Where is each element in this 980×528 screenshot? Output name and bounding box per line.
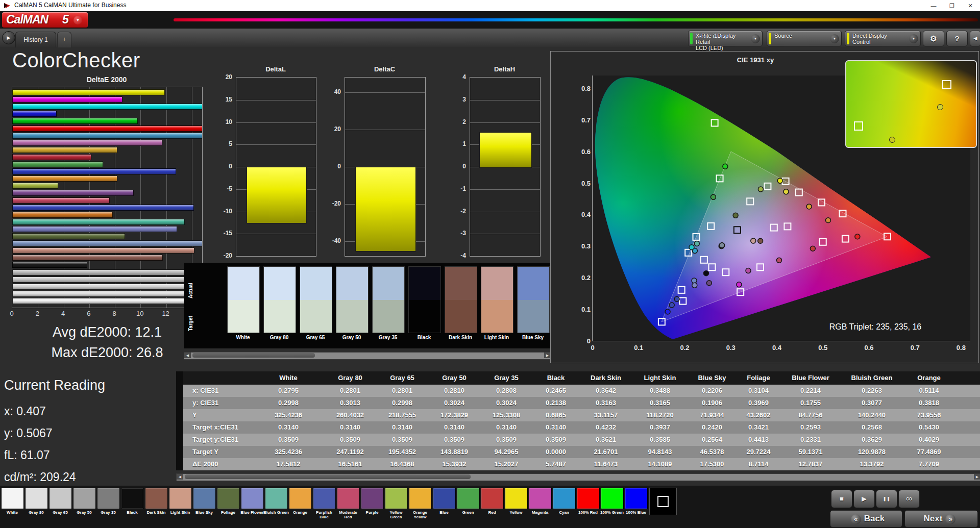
x-tick-label: 0 (591, 344, 594, 351)
deltae-bar-white (12, 298, 203, 304)
patch-label: Purple (359, 510, 385, 515)
y-tick-label: 0 (337, 163, 341, 170)
back-button-label: Back (864, 514, 885, 523)
deltae-bar-foliage (12, 233, 125, 239)
loop-button[interactable]: ∞ (898, 490, 920, 508)
actual-swatch (263, 266, 296, 301)
deltae-bar-100-blue (12, 111, 57, 117)
logo-dropdown-icon[interactable]: ▼ (74, 16, 82, 24)
y-tick-label: -3 (460, 230, 466, 237)
deltal-chart-title: DeltaL (236, 65, 315, 73)
minimize-icon[interactable]: — (925, 0, 942, 11)
table-cell: 73.9556 (903, 409, 955, 421)
chevron-down-icon[interactable]: ▼ (909, 34, 918, 43)
scroll-right-icon[interactable]: ▶ (974, 474, 980, 480)
swatch-label: Black (405, 335, 443, 340)
chevron-down-icon[interactable]: ▼ (830, 34, 839, 43)
table-cell: 0.4029 (903, 434, 955, 446)
back-button[interactable]: «Back (830, 510, 902, 527)
deltae-bar-blue (12, 168, 176, 174)
deltah-y-axis: 43210-1-2-3-4 (449, 77, 468, 256)
measured-marker (825, 218, 830, 223)
patch-label: Purplish Blue (311, 510, 337, 519)
deltah-chart-title: DeltaH (470, 65, 540, 73)
deltae-bar-dark-skin (12, 255, 163, 261)
scroll-left-icon[interactable]: ◀ (177, 474, 183, 480)
actual-row-label: Actual (188, 270, 193, 298)
table-scrollbar[interactable]: ◀ ▶ (176, 473, 980, 481)
help-icon[interactable]: ? (946, 31, 968, 46)
patch-label: Magenta (527, 510, 553, 515)
y-tick-label: 15 (226, 96, 232, 103)
source-dropdown[interactable]: Source ▼ (767, 31, 842, 46)
table-cell: 0.1755 (780, 397, 841, 409)
patch-label: Blue Sky (191, 510, 217, 515)
patch-swatch (625, 488, 648, 509)
patch-swatch (505, 488, 528, 509)
calman-logo-button[interactable]: CalMAN 5 ▼ (2, 12, 88, 28)
table-cell: 120.9878 (841, 446, 903, 458)
maximize-icon[interactable]: ❐ (943, 0, 961, 11)
x-tick-label: 10 (136, 310, 143, 317)
measured-marker (806, 204, 812, 209)
patch-swatch (457, 488, 480, 509)
deltae-bar-black (12, 262, 87, 268)
row-label: Y (176, 409, 253, 421)
meter-dropdown[interactable]: X-Rite i1Display Retail LCD (LED) ▼ (688, 31, 763, 46)
patch-label: Dark Skin (143, 510, 169, 515)
patch-label: Black (119, 510, 145, 515)
table-row: Y325.4236260.4032218.7555172.3829125.330… (176, 409, 980, 421)
x-tick-label: 0.2 (680, 344, 689, 351)
patch-swatch (73, 488, 96, 509)
table-cell: 0.3013 (324, 397, 376, 409)
deltae2000-x-axis: 02468101214 (12, 310, 202, 318)
rgb-triplet-readout: RGB Triplet: 235, 235, 16 (796, 322, 954, 332)
deltae-bar-red (12, 154, 91, 160)
swatch-strip-scrollbar[interactable]: ◀ ▶ (184, 352, 551, 360)
table-cell: 0.3140 (253, 421, 324, 434)
table-cell: 172.3829 (428, 409, 480, 421)
patch-swatch (217, 488, 240, 509)
measured-marker (855, 234, 860, 239)
avg-de2000-value: Avg dE2000: 12.1 (15, 324, 199, 340)
measured-marker (783, 189, 789, 194)
y-tick-label: 4 (462, 73, 466, 81)
gear-icon[interactable]: ⚙ (923, 31, 944, 46)
chevron-down-icon[interactable]: ▼ (751, 34, 760, 43)
patch-label: Blue Flower (239, 510, 265, 515)
stop-button[interactable]: ■ (831, 490, 852, 508)
column-header: Blue Flower (780, 371, 841, 385)
close-icon[interactable]: ✕ (962, 0, 979, 11)
table-cell: 0.3104 (737, 385, 780, 397)
table-cell: 140.2440 (841, 409, 903, 421)
table-cell: 0.2801 (376, 385, 428, 397)
collapse-panel-icon[interactable]: ◀ (970, 31, 980, 46)
table-cell: 46.5378 (688, 446, 737, 458)
patch-swatch (25, 488, 48, 509)
y-tick-label: 0.4 (571, 211, 591, 218)
y-tick-label: 0.6 (571, 147, 591, 155)
tab-history-1[interactable]: History 1 (15, 32, 56, 47)
scrollbar-thumb[interactable] (192, 353, 315, 358)
workflow-nav-button[interactable]: ▶ (2, 31, 15, 44)
swatch-label: White (224, 335, 262, 340)
table-cell: 0.1906 (688, 397, 737, 409)
table-cell: 218.7555 (376, 409, 428, 421)
add-tab-button[interactable]: + (57, 32, 71, 47)
column-header: Gray 50 (428, 371, 480, 385)
table-cell: 0.3140 (324, 421, 376, 434)
table-cell: 0.2206 (688, 385, 737, 397)
logo-bar: CalMAN 5 ▼ (0, 11, 980, 29)
table-cell: 0.2810 (428, 385, 480, 397)
pause-button[interactable]: ❚❚ (876, 490, 897, 508)
measured-marker (719, 243, 724, 248)
table-cell: 0.2801 (324, 385, 376, 397)
display-control-dropdown[interactable]: Direct Display Control ▼ (845, 31, 921, 46)
actual-swatch (336, 266, 369, 301)
next-button[interactable]: Next» (904, 510, 978, 527)
delta-bar (355, 167, 415, 252)
scrollbar-thumb[interactable] (185, 474, 471, 479)
play-button[interactable]: ▶ (853, 490, 875, 508)
table-row: Target y:CIE310.35090.35090.35090.35090.… (176, 434, 980, 446)
scroll-left-icon[interactable]: ◀ (184, 353, 191, 358)
